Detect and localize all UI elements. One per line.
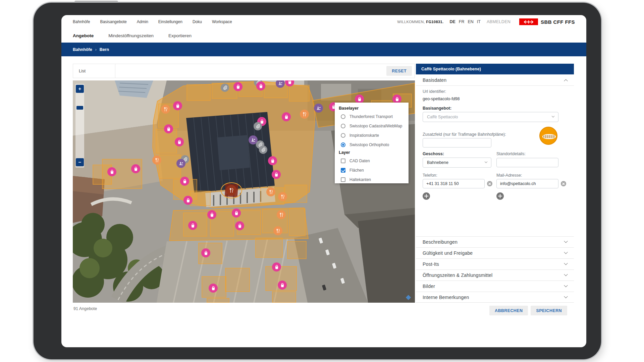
baselayer-option-orthophoto[interactable]: Swisstopo Orthophoto [339, 140, 405, 149]
geschoss-label: Geschoss: [423, 152, 444, 156]
map-pin-shop[interactable] [233, 82, 243, 91]
radio-icon [341, 133, 345, 138]
layer-option-cad-daten[interactable]: CAD Daten [339, 156, 405, 166]
add-mail-button[interactable] [496, 192, 504, 200]
map-pin-shop[interactable] [285, 80, 294, 86]
section-oeffnungszeiten-zahlungsmittel[interactable]: Öffnungszeiten & Zahlungsmittel [416, 269, 574, 281]
nav-item-basisangebote[interactable]: Basisangebote [100, 19, 126, 24]
map-pin-shop[interactable] [256, 81, 265, 90]
map-pin-shop[interactable] [201, 248, 210, 257]
basisangebot-select[interactable]: Caffè Spettacolo [423, 112, 558, 122]
nav-item-bahnhoefe[interactable]: Bahnhöfe [73, 19, 90, 24]
map-pin-gastro[interactable] [273, 226, 282, 235]
section-beschreibungen[interactable]: Beschreibungen [416, 236, 574, 247]
map-pin-gastro[interactable] [152, 156, 161, 165]
breadcrumb-bahnhoefe[interactable]: Bahnhöfe [73, 47, 92, 52]
map-pin-service[interactable] [314, 104, 323, 113]
zoom-out-button[interactable]: − [76, 158, 84, 166]
lang-de[interactable]: DE [449, 19, 455, 24]
geschoss-select[interactable]: Bahnebene [423, 158, 491, 168]
map-pin-shop[interactable] [272, 262, 281, 272]
nav-item-workspace[interactable]: Workspace [212, 19, 232, 24]
lang-fr[interactable]: FR [459, 19, 465, 24]
zoom-in-button[interactable]: + [76, 85, 84, 93]
map-pin-shop[interactable] [131, 164, 140, 173]
map-pin-shop[interactable] [207, 210, 216, 219]
map-pin-shop[interactable] [107, 167, 116, 176]
breadcrumb-separator: › [95, 47, 97, 52]
layer-option-haltekanten[interactable]: Haltekanten [339, 175, 405, 184]
map-pin-shop[interactable] [272, 170, 281, 179]
lang-en[interactable]: EN [468, 19, 473, 24]
baselayer-option-cadastral[interactable]: Swisstopo CadastralWebMap [339, 121, 405, 131]
map-pin-shop[interactable] [355, 95, 364, 104]
map-pin-shop[interactable] [235, 221, 244, 230]
sbb-flag-icon [519, 18, 538, 25]
list-tab[interactable]: List [73, 64, 115, 78]
telefon-input[interactable] [423, 179, 485, 188]
map-pin-shop[interactable] [392, 95, 401, 104]
nav-item-einstellungen[interactable]: Einstellungen [158, 19, 182, 24]
reset-button[interactable]: RESET [386, 66, 412, 76]
nav-right: WILLKOMMEN, FG10831. DE FR EN IT ABMELDE… [397, 18, 575, 25]
tab-exportieren[interactable]: Exportieren [168, 33, 192, 38]
tab-angebote[interactable]: Angebote [73, 33, 94, 38]
sub-nav: Angebote Mindestöffnungszeiten Exportier… [61, 28, 586, 43]
map-pin-shop[interactable] [164, 124, 173, 133]
clear-mail-icon[interactable] [561, 181, 566, 186]
tab-mindestoeffnungszeiten[interactable]: Mindestöffnungszeiten [108, 33, 154, 38]
map-pin-shop[interactable] [175, 137, 184, 146]
nav-item-admin[interactable]: Admin [137, 19, 148, 24]
section-interne-bemerkungen[interactable]: Interne Bemerkungen [416, 292, 574, 303]
map-pin-shop[interactable] [209, 284, 218, 293]
section-basisdaten[interactable]: Basisdaten [416, 74, 574, 86]
clear-telefon-icon[interactable] [487, 181, 492, 186]
section-post-its[interactable]: Post-Its [416, 258, 574, 269]
chevron-down-icon [564, 294, 568, 298]
mail-input[interactable] [496, 179, 558, 188]
map-pin-shop[interactable] [232, 208, 241, 218]
map-pin-shop[interactable] [180, 177, 189, 186]
baselayer-option-thunderforest[interactable]: Thunderforest Transport [339, 112, 405, 121]
chevron-down-icon [552, 115, 554, 117]
nav-item-doku[interactable]: Doku [193, 19, 202, 24]
map-pin-gastro[interactable] [300, 110, 309, 119]
map-pin-service[interactable] [176, 159, 185, 168]
logout-link[interactable]: ABMELDEN [487, 19, 511, 24]
baselayer-option-inspirationskarte[interactable]: Inspirationskarte [339, 131, 405, 140]
layer-popup: Baselayer Thunderforest Transport Swisst… [335, 103, 409, 183]
cancel-button[interactable]: ABBRECHEN [489, 306, 528, 315]
lang-it[interactable]: IT [477, 19, 481, 24]
save-button[interactable]: SPEICHERN [531, 306, 567, 315]
zusatzfeld-input[interactable] [423, 138, 491, 147]
section-bilder[interactable]: Bilder [416, 281, 574, 292]
map-pin-gastro[interactable] [161, 105, 170, 114]
map-pin-shop[interactable] [278, 281, 287, 290]
top-nav: Bahnhöfe Basisangebote Admin Einstellung… [61, 15, 586, 28]
offer-count-label: 91 Angebote [73, 306, 97, 311]
zoom-slider-handle[interactable] [76, 106, 83, 110]
map-pin-gastro[interactable] [266, 187, 275, 196]
map-pin-clip[interactable] [259, 145, 267, 154]
add-telefon-button[interactable] [423, 192, 430, 200]
map-pin-gastro[interactable] [277, 210, 286, 219]
chevron-down-icon [564, 284, 568, 287]
page-background: Bahnhöfe Basisangebote Admin Einstellung… [0, 0, 644, 362]
map-pin-gastro-selected[interactable] [226, 185, 236, 195]
standortdetails-input[interactable] [496, 158, 558, 167]
section-gueltigkeit-und-freigabe[interactable]: Gültigkeit und Freigabe [416, 247, 574, 258]
basisangebot-label: Basisangebot: [423, 106, 451, 111]
map-pin-shop[interactable] [173, 101, 182, 110]
layer-option-flaechen[interactable]: Flächen [339, 166, 405, 175]
zoom-slider-track[interactable] [75, 84, 84, 168]
map-pin-shop[interactable] [268, 156, 277, 165]
map-pin-service[interactable] [276, 80, 285, 88]
map-pin-clip[interactable] [221, 83, 229, 92]
map-pin-shop[interactable] [282, 112, 291, 121]
radio-icon [341, 124, 345, 128]
map-pin-shop[interactable] [188, 221, 197, 230]
map-pin-clip[interactable] [254, 122, 262, 130]
breadcrumb-bern[interactable]: Bern [100, 47, 109, 52]
map-pin-shop[interactable] [183, 196, 193, 205]
map-pin-gastro[interactable] [278, 192, 287, 201]
